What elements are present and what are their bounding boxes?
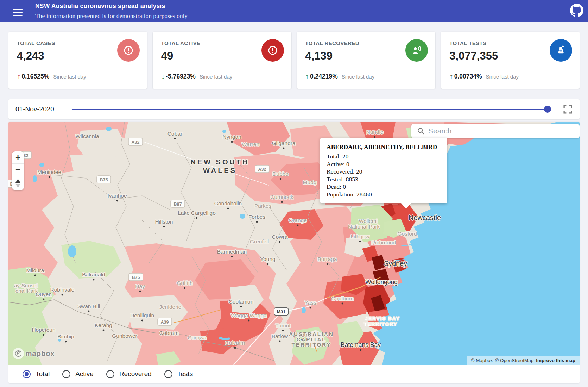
town-dot [374, 136, 376, 138]
town-dot [184, 287, 186, 289]
radio-circle[interactable] [106, 370, 114, 378]
town-dot [240, 306, 242, 308]
tests-icon [556, 45, 566, 56]
town-dot [116, 200, 118, 202]
metric-filter-bar: TotalActiveRecoveredTests [8, 365, 580, 383]
town-dot [327, 263, 328, 265]
town-dot [248, 320, 250, 322]
popup-pointer [401, 203, 411, 209]
map-label: Culcairn [225, 340, 245, 346]
map-label: Kerang [95, 322, 112, 328]
app-header: NSW Australia coronavirus spread analysi… [0, 0, 588, 22]
map-svg: A32A32B79B75A32B87B75M31A39 WilcanniaCob… [8, 122, 580, 365]
svg-text:B75: B75 [100, 177, 108, 182]
road-shield: B75 [129, 273, 143, 281]
filter-radio-tests[interactable]: Tests [164, 370, 193, 378]
attribution-mapbox[interactable]: © Mapbox [471, 358, 493, 363]
zoom-in-button[interactable]: + [12, 151, 24, 164]
map-label: Condobolin [214, 200, 242, 206]
mapbox-logo[interactable]: mapbox [13, 348, 55, 359]
slider-thumb[interactable] [544, 106, 551, 113]
map-label: Lithgow [350, 233, 369, 239]
map-label: Sydney [384, 260, 407, 267]
town-dot [49, 176, 50, 178]
stat-trend-arrow: ↑ [305, 72, 309, 81]
map-label: Batlow [272, 333, 288, 339]
road-shield: B75 [97, 176, 111, 183]
attribution-osm[interactable]: © OpenStreetMap [495, 358, 533, 363]
stat-change: 0.16525% [22, 73, 50, 80]
town-dot [93, 279, 95, 281]
map-label: Wagga Wagga [231, 312, 267, 318]
stat-trend-arrow: ↓ [161, 72, 165, 81]
town-dot [196, 217, 198, 219]
town-dot [139, 291, 141, 292]
radio-label: Tests [177, 370, 193, 378]
attribution-improve-link[interactable]: Improve this map [536, 358, 575, 363]
map-label: Wilcannia [75, 133, 99, 139]
timeline-date: 01-Nov-2020 [15, 105, 65, 113]
map-label: Forbes [248, 214, 265, 220]
road-shield: B87 [171, 200, 185, 207]
stat-since: Since last day [342, 74, 374, 80]
fullscreen-icon[interactable] [563, 105, 573, 114]
search-input[interactable] [428, 127, 562, 135]
map-label: Warren [242, 141, 259, 147]
map-label: TERRITORY [364, 322, 397, 327]
stat-since: Since last day [486, 74, 519, 80]
map-label: Cowra [272, 234, 288, 240]
town-dot [43, 334, 45, 336]
stats-row: TOTAL CASES 4,243 ↑ 0.16525% Since last … [8, 32, 580, 89]
popup-title: ABERDARE, ABERNETHY, BELLBIRD [327, 143, 441, 151]
github-icon[interactable] [570, 4, 583, 17]
map-canvas[interactable]: A32A32B79B75A32B87B75M31A39 WilcanniaCob… [8, 122, 580, 365]
compass-icon[interactable] [12, 176, 24, 190]
map-label: Griffith [177, 280, 192, 286]
map-label: National Park [348, 224, 380, 230]
map-label: Hillston [155, 219, 173, 225]
stat-icon-circle [117, 39, 140, 62]
svg-text:B87: B87 [174, 202, 182, 207]
map-label: Wollemi [359, 218, 377, 224]
state-label: NEW SOUTH [190, 158, 249, 166]
svg-text:A39: A39 [161, 320, 169, 325]
popup-field: Recovered: 20 [327, 168, 441, 176]
map-label: Mildura [26, 267, 44, 273]
people-icon [411, 45, 422, 56]
filter-radio-total[interactable]: Total [23, 370, 50, 378]
map-label: Birchip [57, 333, 74, 339]
stat-change: 0.00734% [454, 73, 482, 80]
map-label: Richmond [371, 239, 396, 245]
stat-icon-circle [405, 39, 428, 62]
popup-field: Active: 0 [327, 161, 441, 168]
stat-card: TOTAL RECOVERED 4,139 ↑ 0.24219% Since l… [297, 32, 436, 89]
hamburger-menu-icon[interactable] [13, 9, 23, 16]
mapbox-logo-text: mapbox [25, 349, 55, 358]
map-label: Ivanhoe [107, 193, 127, 199]
road-shield: M31 [274, 308, 288, 315]
map-label: Coolamon [229, 299, 254, 305]
town-dot [267, 263, 269, 265]
stat-icon-circle [261, 39, 284, 62]
timeline-card: 01-Nov-2020 [8, 99, 580, 119]
town-dot [88, 311, 90, 312]
map-label: Cobram [159, 330, 178, 336]
town-dot [283, 148, 285, 149]
page-title: NSW Australia coronavirus spread analysi… [35, 2, 188, 10]
stat-change: -5.76923% [166, 73, 196, 80]
map-label: Cumnock [270, 194, 293, 200]
map-label: onal Park [15, 288, 38, 294]
stat-icon-circle [550, 39, 572, 62]
filter-radio-active[interactable]: Active [62, 370, 94, 378]
map-label: Mudg [303, 179, 317, 185]
zoom-out-button[interactable]: − [12, 164, 24, 176]
timeline-slider[interactable] [72, 106, 550, 113]
alert-icon [267, 45, 278, 56]
radio-circle[interactable] [164, 370, 172, 378]
town-dot [281, 201, 283, 203]
stat-since: Since last day [200, 74, 232, 80]
filter-radio-recovered[interactable]: Recovered [106, 370, 152, 378]
radio-circle[interactable] [23, 370, 31, 378]
radio-circle[interactable] [62, 370, 70, 378]
mapbox-icon [15, 350, 22, 357]
